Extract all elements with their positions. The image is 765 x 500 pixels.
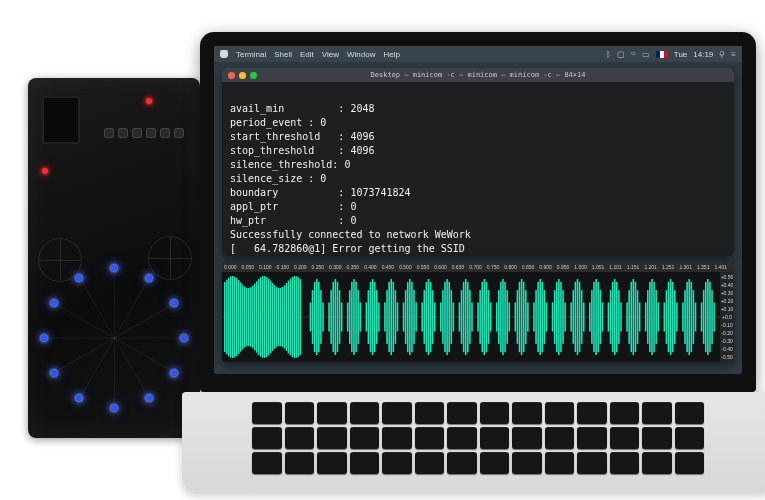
terminal-line: silence_size : 0	[230, 173, 326, 184]
key[interactable]	[480, 452, 510, 474]
svg-rect-2	[226, 280, 227, 355]
key[interactable]	[512, 452, 542, 474]
key[interactable]	[447, 402, 477, 424]
ruler-tick: 0.050	[242, 264, 260, 270]
key[interactable]	[675, 452, 705, 474]
key[interactable]	[350, 427, 380, 449]
menubar-item[interactable]: Terminal	[236, 50, 266, 59]
waveform-window[interactable]: 0.0000.0500.1000.1500.2000.2500.3000.350…	[222, 262, 734, 362]
tact-button[interactable]	[174, 128, 184, 138]
svg-rect-178	[674, 290, 676, 344]
svg-rect-97	[461, 290, 463, 344]
key[interactable]	[317, 427, 347, 449]
svg-rect-83	[423, 290, 425, 344]
terminal-line: period_event : 0	[230, 117, 326, 128]
terminal-window[interactable]: Desktop — minicom -c — minicom — minicom…	[222, 68, 734, 256]
menubar-item[interactable]: Help	[383, 50, 399, 59]
svg-rect-3	[228, 278, 229, 357]
key[interactable]	[252, 427, 282, 449]
terminal-titlebar[interactable]: Desktop — minicom -c — minicom — minicom…	[222, 68, 734, 82]
svg-rect-113	[502, 279, 504, 355]
key[interactable]	[447, 427, 477, 449]
key[interactable]	[610, 452, 640, 474]
svg-rect-187	[701, 302, 703, 331]
key[interactable]	[480, 402, 510, 424]
key[interactable]	[642, 402, 672, 424]
waveform-scale: +0.50+0.40+0.30+0.20+0.10+0.0-0.10-0.20-…	[720, 272, 734, 362]
macos-menubar[interactable]: Terminal Shell Edit View Window Help ᛒ ▢…	[214, 46, 742, 62]
ruler-tick: 1.401	[714, 264, 732, 270]
menubar-item[interactable]: View	[322, 50, 339, 59]
terminal-body[interactable]: avail_min : 2048 period_event : 0 start_…	[222, 82, 734, 256]
key[interactable]	[285, 402, 315, 424]
apple-icon[interactable]	[220, 50, 228, 58]
tact-button[interactable]	[160, 128, 170, 138]
key[interactable]	[545, 452, 575, 474]
key[interactable]	[675, 402, 705, 424]
key[interactable]	[285, 427, 315, 449]
key[interactable]	[317, 452, 347, 474]
key[interactable]	[610, 427, 640, 449]
tact-button[interactable]	[104, 128, 114, 138]
key[interactable]	[415, 427, 445, 449]
airplay-icon[interactable]: ▢	[617, 50, 625, 59]
key[interactable]	[252, 402, 282, 424]
svg-rect-44	[318, 282, 320, 352]
key[interactable]	[577, 402, 607, 424]
screen: Terminal Shell Edit View Window Help ᛒ ▢…	[214, 46, 742, 374]
tact-button[interactable]	[118, 128, 128, 138]
svg-rect-65	[374, 282, 376, 352]
terminal-line: silence_threshold: 0	[230, 159, 350, 170]
menubar-item[interactable]: Shell	[274, 50, 292, 59]
svg-rect-18	[258, 279, 259, 355]
svg-rect-31	[284, 285, 285, 349]
svg-rect-175	[668, 282, 670, 352]
wifi-icon[interactable]: ⌔	[631, 50, 636, 59]
battery-icon[interactable]: ▭	[642, 50, 650, 59]
key[interactable]	[285, 452, 315, 474]
key[interactable]	[350, 402, 380, 424]
key[interactable]	[382, 427, 412, 449]
svg-rect-61	[366, 302, 368, 331]
spotlight-icon[interactable]: ⚲	[719, 50, 725, 59]
ruler-tick: 0.900	[539, 264, 557, 270]
tact-button[interactable]	[132, 128, 142, 138]
svg-rect-112	[500, 282, 502, 352]
svg-rect-123	[527, 302, 529, 331]
scale-tick: +0.20	[721, 298, 734, 304]
svg-rect-164	[637, 290, 639, 344]
notifications-icon[interactable]: ≡	[731, 50, 736, 59]
key[interactable]	[512, 402, 542, 424]
waveform-track[interactable]	[222, 272, 720, 362]
key[interactable]	[382, 402, 412, 424]
menubar-item[interactable]: Edit	[300, 50, 314, 59]
key[interactable]	[675, 427, 705, 449]
key[interactable]	[642, 427, 672, 449]
svg-rect-59	[357, 290, 359, 344]
key[interactable]	[512, 427, 542, 449]
key[interactable]	[317, 402, 347, 424]
svg-rect-152	[608, 302, 610, 331]
key[interactable]	[642, 452, 672, 474]
key[interactable]	[415, 452, 445, 474]
key[interactable]	[577, 427, 607, 449]
scale-tick: +0.30	[721, 290, 734, 296]
laptop-deck	[182, 392, 765, 492]
key[interactable]	[480, 427, 510, 449]
bluetooth-icon[interactable]: ᛒ	[606, 50, 611, 59]
key[interactable]	[545, 402, 575, 424]
key[interactable]	[350, 452, 380, 474]
key[interactable]	[577, 452, 607, 474]
key[interactable]	[415, 402, 445, 424]
key[interactable]	[382, 452, 412, 474]
input-lang-flag[interactable]	[656, 51, 668, 58]
key[interactable]	[545, 427, 575, 449]
key[interactable]	[252, 452, 282, 474]
svg-rect-141	[577, 279, 579, 355]
key[interactable]	[610, 402, 640, 424]
keyboard[interactable]	[252, 402, 704, 474]
tact-button[interactable]	[146, 128, 156, 138]
menubar-item[interactable]: Window	[347, 50, 375, 59]
key[interactable]	[447, 452, 477, 474]
svg-rect-50	[335, 279, 337, 355]
